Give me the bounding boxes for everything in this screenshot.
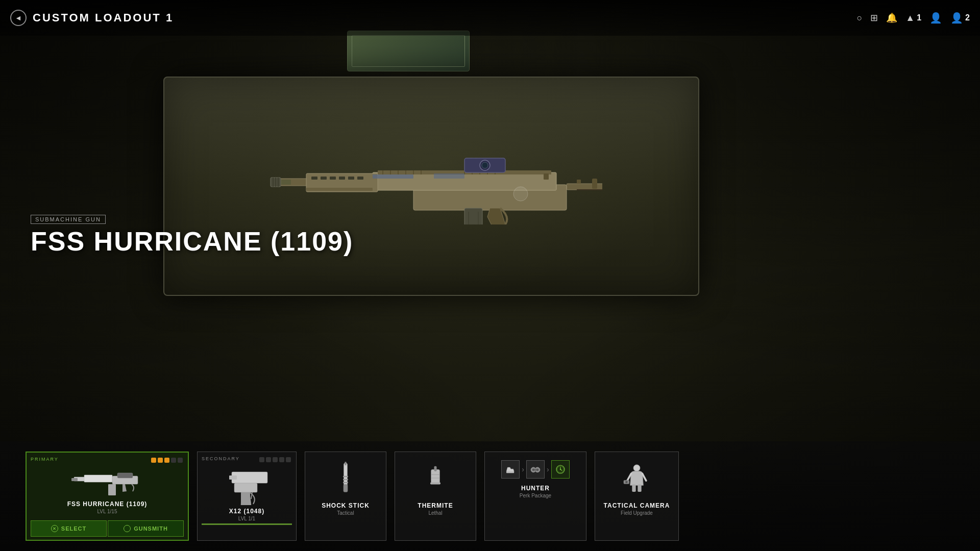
perk-icon-1 <box>501 460 520 479</box>
svg-rect-41 <box>434 173 464 179</box>
header-title-area: ◄ CUSTOM LOADOUT 1 <box>10 10 174 26</box>
svg-rect-59 <box>431 469 440 483</box>
svg-rect-48 <box>232 472 267 483</box>
bell-icon: 🔔 <box>886 12 897 23</box>
tactical-item-name: SHOCK STICK <box>322 502 370 509</box>
dot-5 <box>178 458 183 463</box>
notification-button[interactable]: 🔔 <box>886 12 897 23</box>
secondary-label: SECONDARY <box>202 456 240 461</box>
svg-rect-43 <box>84 475 112 482</box>
header-icons: ○ ⊞ 🔔 ▲ 1 👤 👤 2 <box>856 12 970 24</box>
svg-rect-39 <box>544 173 549 180</box>
bg-box <box>347 31 470 71</box>
grid-button[interactable]: ⊞ <box>870 12 878 23</box>
svg-point-74 <box>559 469 560 470</box>
lethal-slot[interactable]: THERMITE Lethal <box>395 452 476 541</box>
s-dot-5 <box>286 457 291 462</box>
field-upgrade-slot[interactable]: TACTICAL CAMERA Field Upgrade <box>595 452 679 541</box>
svg-rect-27 <box>339 177 345 180</box>
currency-icon: ○ <box>856 13 862 23</box>
s-dot-1 <box>259 457 264 462</box>
svg-point-20 <box>482 162 488 168</box>
circle-icon <box>124 525 131 532</box>
primary-buttons: ✕ SELECT GUNSMITH <box>31 520 184 537</box>
rank-count: 1 <box>917 13 921 22</box>
svg-rect-50 <box>234 483 257 492</box>
dot-2 <box>158 458 163 463</box>
svg-rect-35 <box>464 208 482 224</box>
lethal-item-name: THERMITE <box>418 502 453 509</box>
profile-icon: 👤 <box>929 12 942 24</box>
svg-point-75 <box>633 464 640 471</box>
perk-name: HUNTER <box>521 485 550 492</box>
weapon-name: FSS HURRICANE (1109) <box>31 228 353 255</box>
select-label: SELECT <box>61 525 86 532</box>
svg-rect-1 <box>577 180 581 184</box>
back-button[interactable]: ◄ <box>10 10 27 26</box>
secondary-slot[interactable]: SECONDARY <box>197 452 297 541</box>
tactical-item-sub: Tactical <box>337 510 354 516</box>
perk-arrow-2: › <box>547 465 549 473</box>
x-icon: ✕ <box>51 525 58 532</box>
svg-rect-47 <box>117 473 133 478</box>
loadout-title: CUSTOM LOADOUT 1 <box>33 11 174 24</box>
svg-rect-24 <box>311 177 317 180</box>
lethal-item-sub: Lethal <box>428 510 442 516</box>
svg-rect-26 <box>330 177 336 180</box>
header: ◄ CUSTOM LOADOUT 1 ○ ⊞ 🔔 ▲ 1 👤 👤 2 <box>0 0 980 36</box>
svg-point-68 <box>532 468 535 471</box>
perk-sub: Perk Package <box>520 493 551 498</box>
grid-icon: ⊞ <box>870 12 878 23</box>
primary-slot[interactable]: PRIMARY FSS HU <box>26 452 189 541</box>
primary-dots <box>151 458 183 463</box>
svg-rect-49 <box>229 475 237 480</box>
svg-rect-40 <box>373 174 413 179</box>
secondary-gun-image <box>211 465 283 504</box>
svg-rect-55 <box>343 476 348 478</box>
svg-rect-63 <box>430 482 440 484</box>
perk-icon-2 <box>526 460 545 479</box>
perk-icons: › › <box>501 460 569 479</box>
svg-point-69 <box>536 468 539 471</box>
svg-rect-2 <box>592 179 597 189</box>
gunsmith-label: GUNSMITH <box>134 525 168 532</box>
select-button[interactable]: ✕ SELECT <box>31 520 107 537</box>
secondary-level-fill <box>202 523 292 525</box>
dot-3 <box>164 458 169 463</box>
weapon-type-badge: SUBMACHINE GUN <box>31 215 106 224</box>
profile-display: 👤 <box>929 12 942 24</box>
tactical-slot[interactable]: SHOCK STICK Tactical <box>305 452 386 541</box>
svg-rect-54 <box>345 462 346 465</box>
field-upgrade-name: TACTICAL CAMERA <box>604 502 670 509</box>
primary-label: PRIMARY <box>31 457 59 462</box>
dot-4 <box>171 458 176 463</box>
svg-rect-46 <box>71 478 78 481</box>
currency-display: ○ <box>856 13 862 23</box>
rank-display: ▲ 1 <box>905 13 921 23</box>
s-dot-4 <box>279 457 284 462</box>
svg-rect-52 <box>241 492 250 505</box>
friends-display: 👤 2 <box>950 12 970 24</box>
field-upgrade-icon <box>622 460 652 496</box>
primary-gun-image <box>71 466 143 496</box>
primary-weapon-name: FSS HURRICANE (1109) <box>67 500 148 508</box>
svg-rect-80 <box>632 484 635 492</box>
s-dot-3 <box>273 457 278 462</box>
svg-point-38 <box>513 187 528 201</box>
gunsmith-button[interactable]: GUNSMITH <box>108 520 184 537</box>
friends-icon: 👤 <box>950 12 963 24</box>
svg-rect-25 <box>321 177 327 180</box>
svg-rect-29 <box>357 177 363 180</box>
secondary-level: LVL 1/1 <box>238 516 255 521</box>
svg-rect-56 <box>343 479 348 481</box>
svg-rect-67 <box>534 468 536 471</box>
svg-rect-58 <box>344 485 348 492</box>
perk-slot[interactable]: › › <box>484 452 586 541</box>
svg-rect-64 <box>506 471 514 473</box>
perk-icon-3 <box>551 460 570 479</box>
lethal-icon <box>420 460 451 496</box>
dot-1 <box>151 458 156 463</box>
secondary-weapon-name: X12 (1048) <box>229 508 264 515</box>
svg-rect-60 <box>434 466 437 471</box>
svg-point-79 <box>625 481 628 483</box>
